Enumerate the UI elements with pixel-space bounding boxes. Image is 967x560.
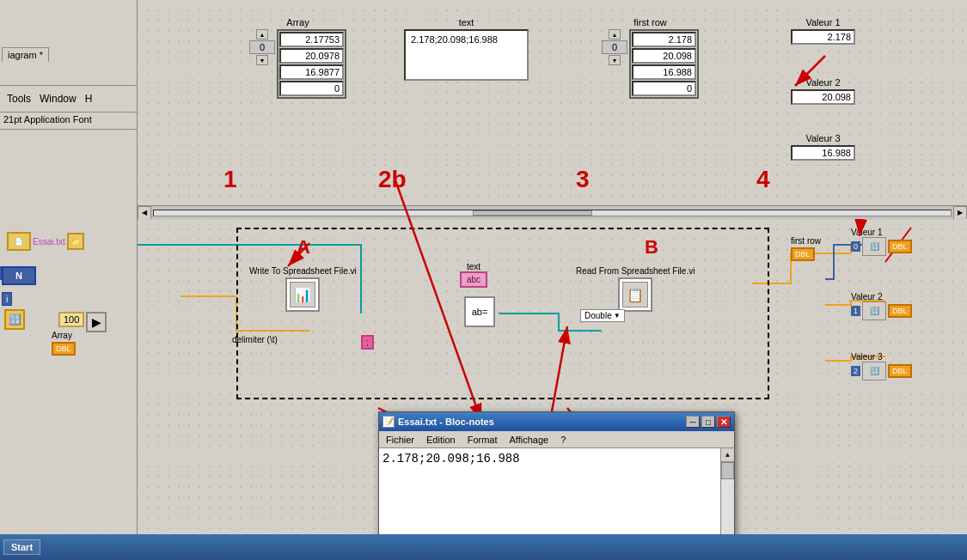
text-abc-const: abc (460, 271, 487, 288)
menu-affichage[interactable]: Affichage (506, 434, 553, 446)
valeur3-control: Valeur 3 16.988 (791, 133, 855, 161)
valeur2-label: Valeur 2 (791, 77, 855, 88)
valeur2-control: Valeur 2 20.098 (791, 77, 855, 105)
scroll-left[interactable]: ◀ (138, 206, 151, 220)
write-vi-container: Write To Spreadsheet File.vi 📊 delimiter… (249, 266, 357, 312)
annotation-1: 1 (223, 166, 237, 193)
annotation-3: 3 (576, 166, 590, 193)
toolbar: Tools Window H (0, 86, 137, 113)
for-loop-N: N (2, 266, 36, 285)
array-val-2: 16.9877 (279, 64, 344, 80)
top-icons: iagram * (0, 0, 137, 86)
write-vi-label: Write To Spreadsheet File.vi (249, 266, 357, 276)
read-vi-container: Read From Spreadsheet File.vi 📋 Double ▼ (576, 266, 695, 312)
valeur1-bd: Valeur 1 0 🔢 DBL (851, 228, 912, 256)
valeur1-value: 2.178 (791, 29, 855, 45)
valeur1-control: Valeur 1 2.178 (791, 17, 855, 45)
array-control: Array ▲ 0 ▼ 2.17753 20.0978 16.9877 0 (249, 17, 346, 99)
fr-index: 0 (602, 40, 627, 54)
text-label: text (404, 17, 529, 27)
scroll-thumb[interactable] (473, 210, 592, 216)
notepad-menubar: Fichier Edition Format Affichage ? (379, 431, 734, 448)
index-2: 2 (851, 366, 860, 376)
essai-label: Essai.txt (33, 237, 65, 247)
valeur3-bd: Valeur 3 2 🔢 DBL (851, 352, 912, 380)
fr-val-3: 0 (632, 81, 696, 96)
valeur2-bd-label: Valeur 2 (851, 292, 912, 301)
firstrow-bd-label: first row (791, 236, 821, 246)
v2-icon: 🔢 (862, 301, 886, 320)
compare-icon: ▶ (86, 312, 107, 332)
v1-icon: 🔢 (862, 237, 886, 256)
array-val-0: 2.17753 (279, 32, 344, 47)
v3-icon: 🔢 (862, 362, 886, 380)
menu-help[interactable]: ? (557, 434, 569, 446)
taskbar-start[interactable]: Start (3, 539, 40, 555)
notepad-titlebar: 📝 Essai.txt - Bloc-notes ─ □ ✕ (379, 412, 734, 431)
array-val-1: 20.0978 (279, 48, 344, 64)
fr-val-0: 2.178 (632, 32, 696, 47)
window-menu[interactable]: Window (36, 91, 80, 107)
write-vi-icon[interactable]: 📊 (285, 277, 320, 312)
text-string-const: text abc (460, 262, 487, 288)
build-string-icon[interactable]: ab= (464, 296, 495, 327)
maximize-button[interactable]: □ (701, 416, 715, 428)
annotation-B: B (645, 236, 658, 259)
fr-scroll-down[interactable]: ▼ (609, 55, 621, 65)
minimize-button[interactable]: ─ (686, 416, 700, 428)
valeur3-value: 16.988 (791, 145, 855, 161)
annotation-A: A (297, 236, 310, 259)
index-0: 0 (851, 241, 860, 252)
numeric-icon: 🔢 (4, 309, 25, 330)
v1-dbl: DBL (888, 240, 912, 253)
left-panel: iagram * Tools Window H 21pt Application… (0, 0, 138, 560)
firstrow-control: first row ▲ 0 ▼ 2.178 20.098 16.988 0 (602, 17, 699, 99)
annotation-4: 4 (756, 166, 770, 193)
v2-dbl: DBL (888, 304, 912, 318)
diagram-tab[interactable]: iagram * (2, 47, 49, 62)
array-scroll-down[interactable]: ▼ (256, 55, 268, 65)
text-value: 2.178;20.098;16.988 (404, 29, 529, 81)
taskbar: Start (0, 534, 967, 560)
scroll-up-btn[interactable]: ▲ (721, 448, 734, 462)
appfont-label: 21pt Application Font (0, 113, 137, 130)
valeur1-label: Valeur 1 (791, 17, 855, 27)
delimiter-value: ; (361, 335, 374, 350)
essai-fileref: 📄 Essai.txt 📁 (7, 232, 84, 251)
array-bd-label: Array (52, 331, 72, 340)
double-dropdown[interactable]: Double ▼ (580, 309, 625, 322)
array-dbl-indicator: DBL (52, 342, 76, 356)
index-1: 1 (851, 306, 860, 316)
const-3: 3 (0, 266, 2, 280)
notepad-title: Essai.txt - Bloc-notes (398, 417, 684, 427)
array-label: Array (249, 17, 346, 27)
notepad-scroll-thumb[interactable] (721, 462, 734, 479)
fr-scroll-up[interactable]: ▲ (609, 29, 621, 40)
fp-scrollbar[interactable]: ◀ ▶ (138, 205, 967, 219)
valeur3-label: Valeur 3 (791, 133, 855, 143)
annotation-2b: 2b (378, 166, 407, 193)
menu-format[interactable]: Format (464, 434, 501, 446)
notepad-text: 2.178;20.098;16.988 (383, 452, 731, 466)
valeur1-bd-label: Valeur 1 (851, 228, 912, 237)
fr-val-1: 20.098 (632, 48, 696, 64)
notepad-app-icon: 📝 (383, 416, 395, 428)
menu-edition[interactable]: Edition (423, 434, 459, 446)
read-vi-label: Read From Spreadsheet File.vi (576, 266, 695, 276)
menu-fichier[interactable]: Fichier (383, 434, 418, 446)
bd-left-icons: 📄 Essai.txt 📁 N 3 i 🔢 100 ▶ Array DBL (0, 219, 137, 534)
valeur2-bd: Valeur 2 1 🔢 DBL (851, 292, 912, 320)
fr-val-2: 16.988 (632, 64, 696, 80)
tools-menu[interactable]: Tools (3, 91, 34, 107)
close-button[interactable]: ✕ (717, 416, 731, 428)
array-index: 0 (249, 40, 275, 54)
text-bd-label: text (460, 262, 487, 271)
read-vi-icon[interactable]: 📋 (618, 277, 652, 312)
firstrow-dbl: DBL (791, 247, 815, 261)
valeur3-bd-label: Valeur 3 (851, 352, 912, 362)
h-menu[interactable]: H (82, 91, 96, 107)
scroll-right[interactable]: ▶ (953, 206, 967, 220)
array-val-3: 0 (279, 81, 344, 96)
front-panel: Array ▲ 0 ▼ 2.17753 20.0978 16.9877 0 te… (138, 0, 967, 219)
array-scroll-up[interactable]: ▲ (256, 29, 268, 40)
